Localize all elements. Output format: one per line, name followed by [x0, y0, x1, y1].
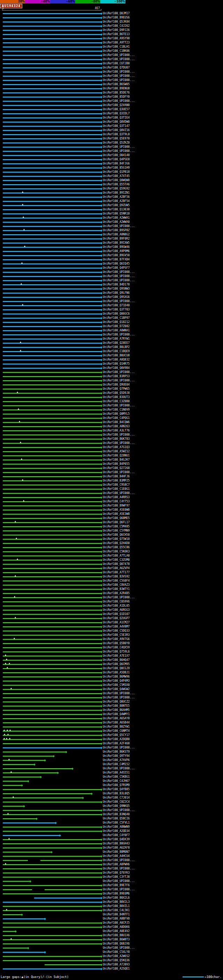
alignment-bar[interactable]: [3, 318, 101, 319]
subject-id-label[interactable]: UniRef100_B4NTF1: [103, 913, 130, 916]
subject-id-label[interactable]: UniRef100_A8WNA1: [103, 329, 130, 332]
alignment-bar[interactable]: [3, 927, 101, 928]
subject-id-label[interactable]: UniRef100_A2BF56: [103, 196, 130, 199]
alignment-bar[interactable]: [3, 347, 101, 348]
subject-id-label[interactable]: UniRef100_UPI000...: [103, 746, 135, 749]
alignment-bar[interactable]: [3, 506, 101, 506]
subject-id-label[interactable]: UniRef100_UPI000...: [103, 492, 135, 495]
alignment-bar[interactable]: [3, 322, 101, 323]
alignment-bar[interactable]: [3, 476, 101, 477]
alignment-bar[interactable]: [3, 651, 101, 652]
alignment-bar[interactable]: [3, 351, 101, 352]
alignment-bar[interactable]: [3, 259, 101, 260]
subject-id-label[interactable]: UniRef100_UPI000...: [103, 371, 135, 374]
subject-id-label[interactable]: UniRef100_Q9LFN6: [103, 292, 130, 294]
alignment-bar[interactable]: [3, 439, 101, 440]
alignment-bar[interactable]: [3, 247, 101, 248]
alignment-bar[interactable]: [3, 697, 101, 698]
subject-id-label[interactable]: UniRef100_Q3T9L0: [103, 133, 130, 136]
alignment-bar[interactable]: [3, 581, 101, 582]
alignment-bar[interactable]: [3, 84, 101, 85]
subject-id-label[interactable]: UniRef100_B4FJG6: [103, 162, 130, 165]
subject-id-label[interactable]: UniRef100_A2DQB0: [103, 738, 130, 741]
subject-id-label[interactable]: UniRef100_B8ZYW1: [103, 725, 130, 728]
alignment-bar[interactable]: [3, 343, 101, 344]
subject-id-label[interactable]: UniRef100_C4PQG1: [103, 417, 130, 420]
subject-id-label[interactable]: UniRef100_UPI000...: [103, 75, 135, 78]
alignment-bar[interactable]: [3, 334, 101, 336]
alignment-bar[interactable]: [3, 67, 101, 68]
alignment-bar[interactable]: [3, 789, 101, 790]
alignment-bar[interactable]: [3, 201, 101, 202]
alignment-bar[interactable]: [3, 155, 101, 156]
alignment-bar[interactable]: [3, 234, 101, 235]
alignment-bar[interactable]: [3, 706, 101, 707]
subject-id-label[interactable]: UniRef100_Q6CM95: [103, 663, 130, 666]
subject-id-label[interactable]: UniRef100_A5E3W8: [103, 513, 130, 515]
subject-id-label[interactable]: UniRef100_A7AVP6: [103, 759, 130, 762]
subject-id-label[interactable]: UniRef100_B4P055: [103, 463, 130, 466]
alignment-bar[interactable]: [3, 731, 101, 732]
alignment-bar[interactable]: [3, 814, 101, 815]
subject-id-label[interactable]: UniRef100_C5DQ33: [103, 630, 130, 632]
alignment-bar[interactable]: [3, 355, 101, 356]
subject-id-label[interactable]: UniRef100_B0LBP2: [103, 346, 130, 349]
alignment-bar[interactable]: [3, 748, 101, 748]
subject-id-label[interactable]: UniRef100_A8N8G2: [103, 233, 130, 236]
subject-id-label[interactable]: UniRef100_A0CPJ5: [103, 921, 130, 924]
alignment-bar[interactable]: [3, 126, 101, 127]
alignment-bar[interactable]: [3, 739, 101, 740]
alignment-bar[interactable]: [3, 46, 101, 48]
alignment-bar[interactable]: [3, 910, 101, 911]
alignment-bar[interactable]: [3, 864, 101, 865]
alignment-bar[interactable]: [3, 243, 101, 244]
alignment-bar[interactable]: [3, 401, 101, 402]
alignment-bar[interactable]: [3, 18, 101, 18]
alignment-bar[interactable]: [3, 939, 101, 940]
alignment-bar[interactable]: [3, 472, 101, 473]
subject-id-label[interactable]: UniRef100_Q0V9B4: [103, 367, 130, 369]
alignment-bar[interactable]: [3, 722, 101, 724]
subject-id-label[interactable]: UniRef100_A8BFV0: [103, 918, 130, 920]
subject-id-label[interactable]: UniRef100_C4QX59: [103, 646, 130, 649]
alignment-bar[interactable]: [3, 422, 101, 423]
alignment-bar[interactable]: [3, 551, 101, 552]
subject-id-label[interactable]: UniRef100_B7FXB4: [103, 258, 130, 261]
alignment-bar[interactable]: [3, 902, 101, 903]
alignment-bar[interactable]: [3, 543, 101, 544]
alignment-bar[interactable]: [3, 426, 101, 427]
subject-id-label[interactable]: UniRef100_C5YMN9: [103, 530, 130, 532]
subject-id-label[interactable]: UniRef100_A5DBJ1: [103, 671, 130, 674]
alignment-bar[interactable]: [3, 560, 101, 561]
subject-id-label[interactable]: UniRef100_UPI000...: [103, 859, 135, 862]
alignment-bar[interactable]: [3, 639, 101, 640]
subject-id-label[interactable]: UniRef100_B4D178: [103, 283, 130, 286]
alignment-bar[interactable]: [3, 489, 101, 490]
subject-id-label[interactable]: UniRef100_Q9NKQ5: [103, 805, 130, 808]
subject-id-label[interactable]: UniRef100_Q8MYL5: [103, 413, 130, 415]
subject-id-label[interactable]: UniRef100_C4L5K1: [103, 909, 130, 912]
alignment-bar[interactable]: [3, 430, 101, 431]
alignment-bar[interactable]: [3, 627, 101, 627]
subject-id-label[interactable]: UniRef100_A8Q832: [103, 358, 130, 361]
alignment-bar[interactable]: [3, 693, 101, 694]
subject-id-label[interactable]: UniRef100_B9WF97: [103, 504, 130, 507]
subject-id-label[interactable]: UniRef100_C1E0G1: [103, 488, 130, 490]
subject-id-label[interactable]: UniRef100_B9E7F6: [103, 884, 130, 887]
alignment-bar[interactable]: [3, 326, 101, 327]
alignment-bar[interactable]: [3, 952, 45, 953]
subject-id-label[interactable]: UniRef100_Q6BJX6: [103, 942, 130, 945]
subject-id-label[interactable]: UniRef100_Q3T703: [103, 309, 130, 311]
subject-id-label[interactable]: UniRef100_B3WTY1: [103, 588, 130, 591]
subject-id-label[interactable]: UniRef100_A6SB44: [103, 721, 130, 724]
subject-id-label[interactable]: UniRef100_C5K6K3: [103, 550, 130, 553]
subject-id-label[interactable]: UniRef100_B9SP8Z: [103, 229, 130, 232]
alignment-bar[interactable]: [3, 213, 101, 215]
alignment-bar[interactable]: [3, 547, 101, 548]
subject-id-label[interactable]: UniRef100_Q6FL17: [103, 521, 130, 524]
subject-id-label[interactable]: UniRef100_C6NMT4: [103, 730, 130, 732]
subject-id-label[interactable]: UniRef100_C8VAZ3: [103, 584, 130, 587]
alignment-bar[interactable]: [3, 752, 66, 752]
alignment-bar[interactable]: [3, 914, 22, 915]
alignment-bar[interactable]: [3, 526, 101, 527]
